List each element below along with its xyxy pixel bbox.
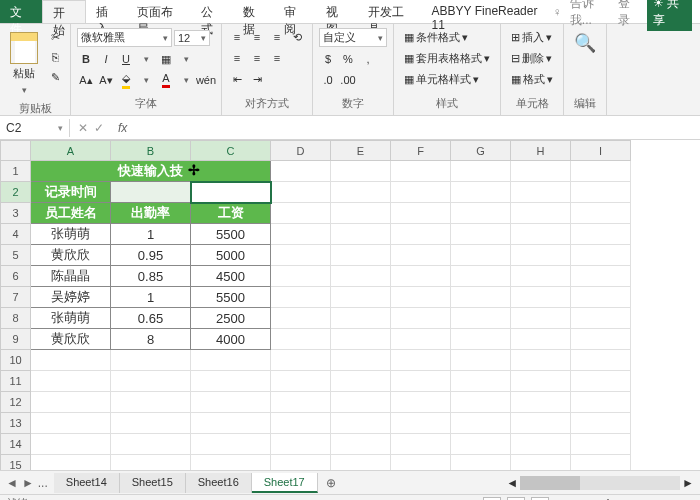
- increase-indent-icon[interactable]: ⇥: [248, 70, 266, 88]
- cell-C10[interactable]: [191, 350, 271, 371]
- sheet-tab-Sheet14[interactable]: Sheet14: [54, 473, 120, 493]
- insert-cells-button[interactable]: ⊞插入 ▾: [507, 28, 557, 47]
- format-painter-icon[interactable]: ✎: [46, 68, 64, 86]
- tab-数据[interactable]: 数据: [233, 0, 275, 23]
- cell-H15[interactable]: [511, 455, 571, 471]
- cut-icon[interactable]: ✂: [46, 28, 64, 46]
- cell-G8[interactable]: [451, 308, 511, 329]
- cell-A5[interactable]: 黄欣欣: [31, 245, 111, 266]
- cell-A12[interactable]: [31, 392, 111, 413]
- cell-D2[interactable]: [271, 182, 331, 203]
- row-header-13[interactable]: 13: [1, 413, 31, 434]
- cell-D12[interactable]: [271, 392, 331, 413]
- cell-G4[interactable]: [451, 224, 511, 245]
- cell-B11[interactable]: [111, 371, 191, 392]
- cell-G5[interactable]: [451, 245, 511, 266]
- scroll-right-icon[interactable]: ►: [682, 476, 694, 490]
- cell-E5[interactable]: [331, 245, 391, 266]
- col-header-H[interactable]: H: [511, 141, 571, 161]
- cell-E12[interactable]: [331, 392, 391, 413]
- orientation-icon[interactable]: ⟲: [288, 28, 306, 46]
- add-sheet-button[interactable]: ⊕: [318, 476, 344, 490]
- cell-D14[interactable]: [271, 434, 331, 455]
- cell-A13[interactable]: [31, 413, 111, 434]
- cell-A14[interactable]: [31, 434, 111, 455]
- cell-F1[interactable]: [391, 161, 451, 182]
- cell-B15[interactable]: [111, 455, 191, 471]
- cell-I6[interactable]: [571, 266, 631, 287]
- align-center-icon[interactable]: ≡: [248, 49, 266, 67]
- increase-decimal-icon[interactable]: .0: [319, 71, 337, 89]
- cell-E4[interactable]: [331, 224, 391, 245]
- cell-E8[interactable]: [331, 308, 391, 329]
- cell-D15[interactable]: [271, 455, 331, 471]
- row-header-9[interactable]: 9: [1, 329, 31, 350]
- cell-I13[interactable]: [571, 413, 631, 434]
- sheet-nav-more[interactable]: ...: [38, 476, 48, 490]
- cell-E10[interactable]: [331, 350, 391, 371]
- cell-F2[interactable]: [391, 182, 451, 203]
- cell-I3[interactable]: [571, 203, 631, 224]
- cell-B10[interactable]: [111, 350, 191, 371]
- cell-I14[interactable]: [571, 434, 631, 455]
- col-header-D[interactable]: D: [271, 141, 331, 161]
- view-pagebreak-icon[interactable]: [531, 497, 549, 501]
- cell-H12[interactable]: [511, 392, 571, 413]
- cell-I11[interactable]: [571, 371, 631, 392]
- cell-C14[interactable]: [191, 434, 271, 455]
- cell-F13[interactable]: [391, 413, 451, 434]
- tab-页面布局[interactable]: 页面布局: [127, 0, 191, 23]
- name-box[interactable]: C2: [0, 119, 70, 137]
- cell-C13[interactable]: [191, 413, 271, 434]
- border-button[interactable]: ▦: [157, 50, 175, 68]
- decrease-decimal-icon[interactable]: .00: [339, 71, 357, 89]
- tab-公式[interactable]: 公式: [191, 0, 233, 23]
- cell-D3[interactable]: [271, 203, 331, 224]
- underline-button[interactable]: U: [117, 50, 135, 68]
- row-header-7[interactable]: 7: [1, 287, 31, 308]
- cell-F10[interactable]: [391, 350, 451, 371]
- cell-C7[interactable]: 5500: [191, 287, 271, 308]
- cell-D6[interactable]: [271, 266, 331, 287]
- col-header-G[interactable]: G: [451, 141, 511, 161]
- cell-G15[interactable]: [451, 455, 511, 471]
- cell-F4[interactable]: [391, 224, 451, 245]
- cell-F9[interactable]: [391, 329, 451, 350]
- formula-input[interactable]: [133, 118, 700, 137]
- comma-icon[interactable]: ,: [359, 50, 377, 68]
- cell-C12[interactable]: [191, 392, 271, 413]
- sheet-tab-Sheet17[interactable]: Sheet17: [252, 473, 318, 493]
- increase-font-icon[interactable]: A▴: [77, 71, 95, 89]
- select-all-corner[interactable]: [1, 141, 31, 161]
- cell-H8[interactable]: [511, 308, 571, 329]
- cell-G10[interactable]: [451, 350, 511, 371]
- cell-A1[interactable]: 快速输入技: [31, 161, 271, 182]
- cell-B5[interactable]: 0.95: [111, 245, 191, 266]
- tab-插入[interactable]: 插入: [86, 0, 128, 23]
- row-header-5[interactable]: 5: [1, 245, 31, 266]
- worksheet-grid[interactable]: ABCDEFGHI1快速输入技2记录时间3员工姓名出勤率工资4张萌萌155005…: [0, 140, 700, 470]
- cell-A8[interactable]: 张萌萌: [31, 308, 111, 329]
- cell-A10[interactable]: [31, 350, 111, 371]
- cell-H10[interactable]: [511, 350, 571, 371]
- row-header-8[interactable]: 8: [1, 308, 31, 329]
- cell-C4[interactable]: 5500: [191, 224, 271, 245]
- align-bottom-icon[interactable]: ≡: [268, 28, 286, 46]
- sheet-nav-prev[interactable]: ◄: [6, 476, 18, 490]
- col-header-F[interactable]: F: [391, 141, 451, 161]
- cell-B3[interactable]: 出勤率: [111, 203, 191, 224]
- cell-F8[interactable]: [391, 308, 451, 329]
- bold-button[interactable]: B: [77, 50, 95, 68]
- tab-审阅[interactable]: 审阅: [274, 0, 316, 23]
- col-header-I[interactable]: I: [571, 141, 631, 161]
- cell-G2[interactable]: [451, 182, 511, 203]
- cell-G14[interactable]: [451, 434, 511, 455]
- row-header-14[interactable]: 14: [1, 434, 31, 455]
- row-header-12[interactable]: 12: [1, 392, 31, 413]
- cell-D8[interactable]: [271, 308, 331, 329]
- cell-E3[interactable]: [331, 203, 391, 224]
- fill-color-menu[interactable]: [137, 71, 155, 89]
- cell-H9[interactable]: [511, 329, 571, 350]
- sheet-tab-Sheet16[interactable]: Sheet16: [186, 473, 252, 493]
- cell-E7[interactable]: [331, 287, 391, 308]
